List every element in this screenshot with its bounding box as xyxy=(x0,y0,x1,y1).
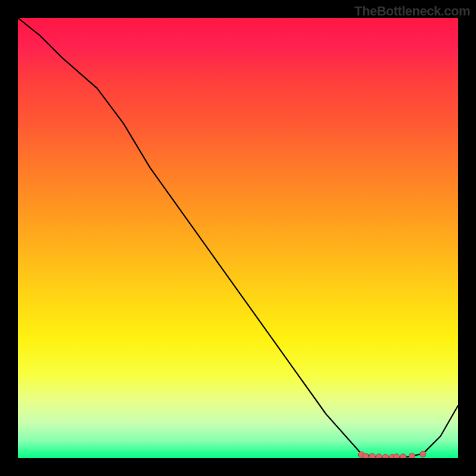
chart-marker xyxy=(383,455,389,459)
chart-marker xyxy=(393,454,399,458)
chart-marker xyxy=(369,453,375,458)
chart-marker xyxy=(363,453,369,458)
chart-marker xyxy=(420,451,426,457)
chart-line-path xyxy=(18,18,458,458)
chart-marker xyxy=(400,454,406,458)
chart-marker xyxy=(409,453,415,458)
chart-plot-area xyxy=(18,18,458,458)
chart-marker xyxy=(376,454,382,458)
watermark-text: TheBottleneck.com xyxy=(355,4,470,19)
chart-svg-overlay xyxy=(18,18,458,458)
